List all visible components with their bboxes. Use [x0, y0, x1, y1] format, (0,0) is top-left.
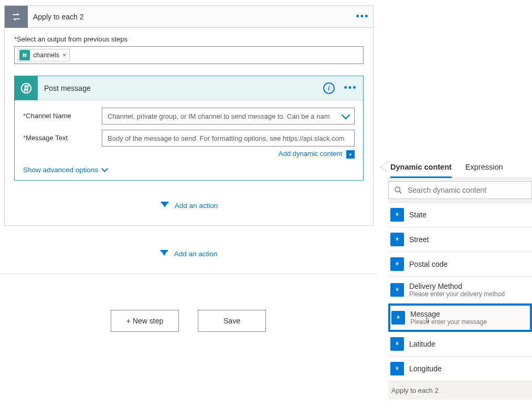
- dc-item-label: Street: [409, 235, 530, 244]
- cursor-pointer-icon: [423, 316, 432, 326]
- apply-title: Apply to each 2: [28, 13, 352, 21]
- hash-icon: [19, 50, 30, 60]
- dc-section-apply: Apply to each 2: [388, 381, 532, 400]
- add-action-outer[interactable]: Add an action: [0, 250, 377, 258]
- dynamic-content-panel: Dynamic content Expression StateStreetPo…: [388, 156, 532, 400]
- dynamic-content-search-input[interactable]: [408, 186, 526, 194]
- dc-item-label: Postal code: [409, 260, 530, 268]
- token-remove[interactable]: ×: [62, 51, 66, 59]
- form-response-icon: [390, 283, 404, 297]
- chevron-down-icon: [342, 111, 350, 120]
- dc-item-street[interactable]: Street: [388, 227, 532, 252]
- divider: [0, 274, 377, 274]
- search-icon: [394, 186, 402, 194]
- dc-item-longitude[interactable]: Longitude: [388, 357, 532, 381]
- apply-menu-button[interactable]: •••: [352, 11, 373, 22]
- apply-to-each-card: Apply to each 2 ••• *Select an output fr…: [4, 5, 374, 226]
- dc-item-postal-code[interactable]: Postal code: [388, 252, 532, 277]
- post-title: Post message: [38, 84, 323, 92]
- add-action-inner[interactable]: Add an action: [5, 202, 373, 210]
- show-advanced-options-link[interactable]: Show advanced options: [23, 166, 355, 174]
- slack-hash-icon: [15, 76, 38, 100]
- form-response-icon: [390, 257, 404, 271]
- dc-item-delivery-method[interactable]: Delivery MethodPlease enter your deliver…: [388, 277, 532, 304]
- svg-point-0: [22, 83, 31, 92]
- dc-item-label: Delivery MethodPlease enter your deliver…: [409, 282, 530, 298]
- channel-name-select[interactable]: Channel, private group, or IM channel to…: [102, 108, 355, 124]
- message-text-input[interactable]: Body of the message to send. For formatt…: [102, 130, 355, 147]
- tab-dynamic-content[interactable]: Dynamic content: [390, 160, 452, 178]
- channel-name-label: *Channel Name: [23, 108, 102, 120]
- form-response-icon: [390, 362, 404, 375]
- output-token-input[interactable]: channels ×: [14, 46, 364, 64]
- info-icon[interactable]: i: [323, 82, 335, 94]
- dc-item-latitude[interactable]: Latitude: [388, 332, 532, 357]
- form-response-icon: [390, 208, 404, 222]
- chevron-down-icon: [101, 165, 108, 172]
- tab-expression[interactable]: Expression: [465, 160, 503, 178]
- lightning-badge-icon: +: [346, 150, 355, 159]
- dc-item-label: State: [409, 211, 530, 219]
- panel-callout-arrow: [381, 162, 388, 172]
- channels-token[interactable]: channels ×: [18, 49, 70, 61]
- message-text-label: *Message Text: [23, 130, 102, 142]
- dc-item-state[interactable]: State: [388, 203, 532, 227]
- new-step-button[interactable]: + New step: [111, 310, 179, 332]
- dc-item-message[interactable]: MessagePlease enter your message: [388, 304, 532, 332]
- add-dynamic-content-link[interactable]: Add dynamic content +: [279, 150, 355, 158]
- output-label: *Select an output from previous steps: [14, 35, 364, 43]
- svg-point-1: [395, 187, 400, 192]
- form-response-icon: [391, 311, 405, 325]
- insert-step-icon: [159, 250, 169, 257]
- post-menu-button[interactable]: •••: [341, 82, 360, 93]
- form-response-icon: [390, 233, 404, 246]
- insert-step-icon: [160, 202, 169, 209]
- post-header: Post message i •••: [15, 76, 363, 100]
- form-response-icon: [390, 337, 404, 351]
- dc-item-label: Longitude: [409, 364, 530, 373]
- loop-icon: [5, 6, 28, 28]
- dc-item-subtitle: Please enter your delivery method: [409, 290, 530, 298]
- apply-header: Apply to each 2 •••: [5, 6, 373, 28]
- dc-item-label: Latitude: [409, 340, 530, 348]
- post-message-card: Post message i ••• *Channel Name Channel…: [14, 76, 364, 181]
- save-button[interactable]: Save: [198, 310, 266, 332]
- dynamic-content-search[interactable]: [388, 181, 532, 199]
